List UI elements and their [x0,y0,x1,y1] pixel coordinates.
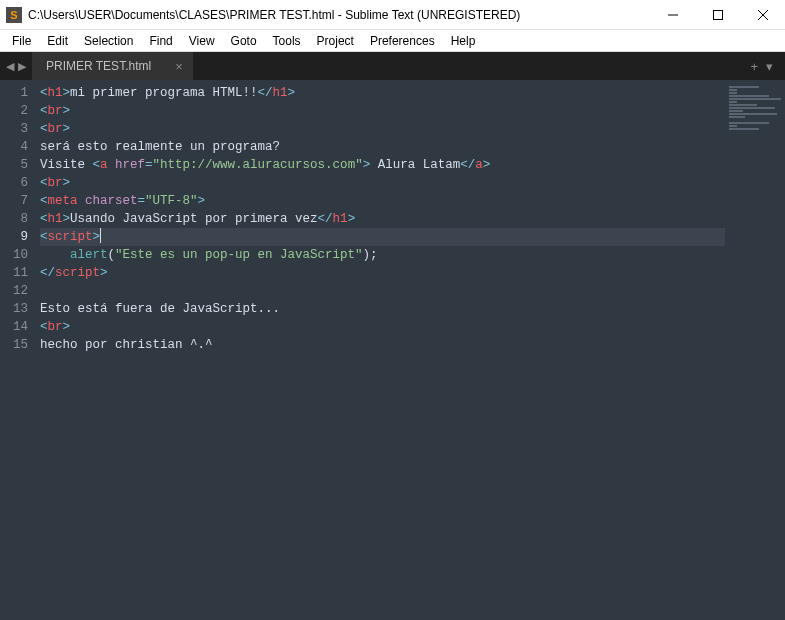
menu-item-selection[interactable]: Selection [76,32,141,50]
minimize-button[interactable] [650,0,695,30]
code-line[interactable]: será esto realmente un programa? [40,138,785,156]
tab-overflow-icon[interactable]: ▾ [762,59,777,74]
token-brkt: < [40,86,48,100]
token-brkt: = [138,194,146,208]
token-txt [78,194,86,208]
line-number: 12 [0,282,28,300]
menubar: FileEditSelectionFindViewGotoToolsProjec… [0,30,785,52]
token-txt [108,158,116,172]
token-brkt: > [63,104,71,118]
window-title: C:\Users\USER\Documents\CLASES\PRIMER TE… [28,8,650,22]
menu-item-find[interactable]: Find [141,32,180,50]
line-number: 14 [0,318,28,336]
token-str: "Este es un pop-up en JavaScript" [115,248,363,262]
maximize-button[interactable] [695,0,740,30]
svg-rect-1 [713,10,722,19]
token-tag: h1 [48,212,63,226]
token-txt: será esto realmente un programa? [40,140,280,154]
tab-label: PRIMER TEST.html [46,59,151,73]
app-icon: S [6,7,22,23]
code-line[interactable]: <meta charset="UTF-8"> [40,192,785,210]
menu-item-view[interactable]: View [181,32,223,50]
token-attr: charset [85,194,138,208]
tab-active[interactable]: PRIMER TEST.html × [32,52,193,80]
close-button[interactable] [740,0,785,30]
tabbar-right-controls: + ▾ [746,59,785,74]
line-number: 10 [0,246,28,264]
text-cursor [100,228,101,243]
code-line[interactable]: <h1>mi primer programa HTML!!</h1> [40,84,785,102]
code-line[interactable] [40,282,785,300]
line-number: 7 [0,192,28,210]
line-number: 13 [0,300,28,318]
tab-nav-right-icon[interactable]: ▶ [16,60,28,73]
token-txt: Visite [40,158,93,172]
token-txt: ( [108,248,116,262]
code-line[interactable]: <h1>Usando JavaScript por primera vez</h… [40,210,785,228]
minimap-line [729,92,737,94]
code-line[interactable]: <br> [40,318,785,336]
menu-item-project[interactable]: Project [309,32,362,50]
minimap-line [729,110,743,112]
code-line[interactable]: Esto está fuera de JavaScript... [40,300,785,318]
line-number: 15 [0,336,28,354]
token-brkt: > [93,230,101,244]
menu-item-preferences[interactable]: Preferences [362,32,443,50]
code-line[interactable]: hecho por christian ^.^ [40,336,785,354]
token-brkt: </ [258,86,273,100]
code-line[interactable]: </script> [40,264,785,282]
code-line[interactable]: Visite <a href="http://www.aluracursos.c… [40,156,785,174]
line-number: 2 [0,102,28,120]
token-brkt: < [93,158,101,172]
token-tag: h1 [273,86,288,100]
token-brkt: > [63,212,71,226]
tab-nav-left-icon[interactable]: ◀ [4,60,16,73]
minimap-line [729,104,757,106]
minimap[interactable] [725,80,785,620]
token-txt: hecho por christian ^.^ [40,338,213,352]
line-number: 11 [0,264,28,282]
token-tag: h1 [48,86,63,100]
token-txt: ); [363,248,378,262]
token-brkt: = [145,158,153,172]
menu-item-help[interactable]: Help [443,32,484,50]
token-tag: br [48,320,63,334]
new-tab-button[interactable]: + [746,59,762,74]
editor-area[interactable]: 123456789101112131415 <h1>mi primer prog… [0,80,785,620]
token-txt: Usando JavaScript por primera vez [70,212,318,226]
token-brkt: < [40,122,48,136]
line-number: 1 [0,84,28,102]
token-txt: Esto está fuera de JavaScript... [40,302,280,316]
window-controls [650,0,785,30]
tab-nav-arrows: ◀ ▶ [0,60,32,73]
minimap-line [729,116,745,118]
code-line[interactable]: <br> [40,120,785,138]
token-tag: h1 [333,212,348,226]
code-line[interactable]: <script> [40,228,785,246]
token-tag: script [55,266,100,280]
code-line[interactable]: alert("Este es un pop-up en JavaScript")… [40,246,785,264]
token-attr: href [115,158,145,172]
line-number: 5 [0,156,28,174]
token-txt [40,248,70,262]
token-fn: alert [70,248,108,262]
minimap-line [729,128,759,130]
line-number: 9 [0,228,28,246]
menu-item-tools[interactable]: Tools [265,32,309,50]
token-brkt: </ [40,266,55,280]
minimap-line [729,95,769,97]
tab-close-icon[interactable]: × [175,59,183,74]
token-brkt: > [63,122,71,136]
code-line[interactable]: <br> [40,102,785,120]
menu-item-goto[interactable]: Goto [223,32,265,50]
token-brkt: > [63,176,71,190]
titlebar: S C:\Users\USER\Documents\CLASES\PRIMER … [0,0,785,30]
token-brkt: > [288,86,296,100]
code-content[interactable]: <h1>mi primer programa HTML!!</h1><br><b… [40,80,785,620]
menu-item-edit[interactable]: Edit [39,32,76,50]
token-tag: meta [48,194,78,208]
code-line[interactable]: <br> [40,174,785,192]
minimap-line [729,113,777,115]
minimap-line [729,89,737,91]
menu-item-file[interactable]: File [4,32,39,50]
